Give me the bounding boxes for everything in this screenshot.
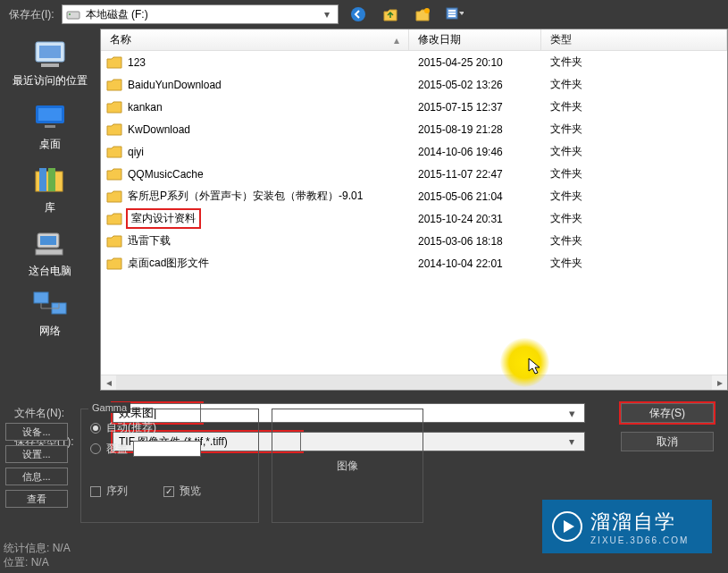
table-row[interactable]: qiyi2014-10-06 19:46文件夹 xyxy=(101,140,727,163)
folder-icon xyxy=(106,168,122,181)
folder-icon xyxy=(106,146,122,158)
svg-rect-15 xyxy=(39,168,46,191)
table-row[interactable]: kankan2015-07-15 12:37文件夹 xyxy=(101,96,727,118)
preview-checkbox[interactable]: ✓预览 xyxy=(163,484,201,499)
watermark: 溜溜自学 ZIXUE.3D66.COM xyxy=(542,500,712,553)
gamma-group: Gamma 自动(推荐) 覆盖 序列 ✓预览 xyxy=(80,409,259,523)
gamma-auto-radio[interactable]: 自动(推荐) xyxy=(90,420,249,435)
svg-rect-16 xyxy=(48,168,55,191)
table-row[interactable]: KwDownload2015-08-19 21:28文件夹 xyxy=(101,118,727,140)
sidebar-item-label: 这台电脑 xyxy=(29,264,71,279)
desktop-icon xyxy=(32,101,68,133)
up-folder-icon[interactable] xyxy=(381,5,399,23)
horizontal-scrollbar[interactable]: ◂ ▸ xyxy=(101,375,727,390)
status-bar: 统计信息: N/A 位置: N/A xyxy=(4,541,71,569)
table-row[interactable]: QQMusicCache2015-11-07 22:47文件夹 xyxy=(101,163,727,185)
sidebar-item-network[interactable]: 网络 xyxy=(0,284,100,342)
column-date[interactable]: 修改日期 xyxy=(409,29,541,50)
svg-rect-7 xyxy=(448,15,456,17)
column-type[interactable]: 类型 xyxy=(541,29,727,50)
sidebar-item-label: 库 xyxy=(45,200,55,215)
info-button[interactable]: 信息... xyxy=(5,468,68,485)
view-menu-icon[interactable] xyxy=(446,5,464,23)
sidebar-item-computer[interactable]: 这台电脑 xyxy=(0,224,100,282)
location-bar: 保存在(I): 本地磁盘 (F:) ▾ xyxy=(0,0,728,29)
sidebar-item-libraries[interactable]: 库 xyxy=(0,161,100,219)
new-folder-icon[interactable] xyxy=(414,5,431,23)
gamma-title: Gamma xyxy=(88,402,130,413)
device-button[interactable]: 设备... xyxy=(5,423,68,441)
setup-button[interactable]: 设置... xyxy=(5,445,68,463)
svg-rect-12 xyxy=(38,108,62,121)
folder-icon xyxy=(106,257,122,270)
scroll-right-icon[interactable]: ▸ xyxy=(712,375,727,391)
svg-point-2 xyxy=(351,7,365,21)
column-name[interactable]: 名称▴ xyxy=(101,29,409,50)
svg-point-3 xyxy=(424,8,430,13)
file-list: 名称▴ 修改日期 类型 1232015-04-25 20:10文件夹BaiduY… xyxy=(100,29,728,391)
radio-icon xyxy=(90,423,101,434)
gamma-spinner[interactable] xyxy=(133,441,201,457)
places-sidebar: 最近访问的位置 桌面 库 这台电脑 网络 xyxy=(0,29,100,391)
gamma-override-radio[interactable]: 覆盖 xyxy=(90,441,249,457)
table-row[interactable]: 桌面cad图形文件2014-10-04 22:01文件夹 xyxy=(101,252,727,274)
drive-label: 本地磁盘 (F:) xyxy=(86,7,148,22)
folder-icon xyxy=(106,190,122,203)
scroll-left-icon[interactable]: ◂ xyxy=(101,375,116,391)
libraries-icon xyxy=(32,164,68,197)
file-list-header: 名称▴ 修改日期 类型 xyxy=(101,29,727,51)
location-combobox[interactable]: 本地磁盘 (F:) ▾ xyxy=(62,4,339,24)
folder-icon xyxy=(106,213,122,225)
svg-rect-6 xyxy=(448,13,456,14)
sidebar-item-recent[interactable]: 最近访问的位置 xyxy=(0,34,100,92)
sidebar-item-label: 网络 xyxy=(39,324,61,339)
checkbox-icon: ✓ xyxy=(163,486,174,497)
sequence-checkbox[interactable]: 序列 xyxy=(90,484,128,499)
sidebar-item-desktop[interactable]: 桌面 xyxy=(0,97,100,156)
watermark-logo-icon xyxy=(551,510,583,543)
checkbox-icon xyxy=(90,486,101,497)
table-row[interactable]: 室内设计资料2015-10-24 20:31文件夹 xyxy=(101,207,727,230)
svg-rect-9 xyxy=(39,46,61,58)
svg-rect-10 xyxy=(41,63,59,67)
svg-rect-18 xyxy=(40,236,56,245)
folder-icon xyxy=(106,101,122,114)
folder-icon xyxy=(106,235,122,248)
svg-rect-20 xyxy=(34,292,48,303)
back-icon[interactable] xyxy=(349,5,367,23)
svg-rect-5 xyxy=(448,10,456,12)
folder-icon xyxy=(106,79,122,91)
sidebar-item-label: 最近访问的位置 xyxy=(13,73,88,88)
table-row[interactable]: 迅雷下载2015-03-06 18:18文件夹 xyxy=(101,230,727,252)
folder-icon xyxy=(106,56,122,69)
svg-rect-13 xyxy=(45,125,55,128)
sort-asc-icon: ▴ xyxy=(394,34,399,46)
recent-places-icon xyxy=(32,38,68,70)
sidebar-item-label: 桌面 xyxy=(39,137,61,152)
chevron-down-icon: ▾ xyxy=(320,7,334,21)
svg-rect-1 xyxy=(69,13,71,15)
svg-rect-19 xyxy=(36,249,63,255)
network-icon xyxy=(32,288,68,320)
drive-icon xyxy=(66,8,80,21)
table-row[interactable]: 1232015-04-25 20:10文件夹 xyxy=(101,51,727,73)
view-button[interactable]: 查看 xyxy=(5,490,68,508)
image-preview: 图像 xyxy=(272,409,423,523)
computer-icon xyxy=(32,228,68,260)
folder-icon xyxy=(106,123,122,136)
radio-icon xyxy=(90,443,101,454)
table-row[interactable]: 客所思P系列（外置声卡）安装包（带教程）-9.012015-05-06 21:0… xyxy=(101,185,727,207)
table-row[interactable]: BaiduYunDownload2015-05-02 13:26文件夹 xyxy=(101,73,727,96)
save-in-label: 保存在(I): xyxy=(9,7,54,22)
